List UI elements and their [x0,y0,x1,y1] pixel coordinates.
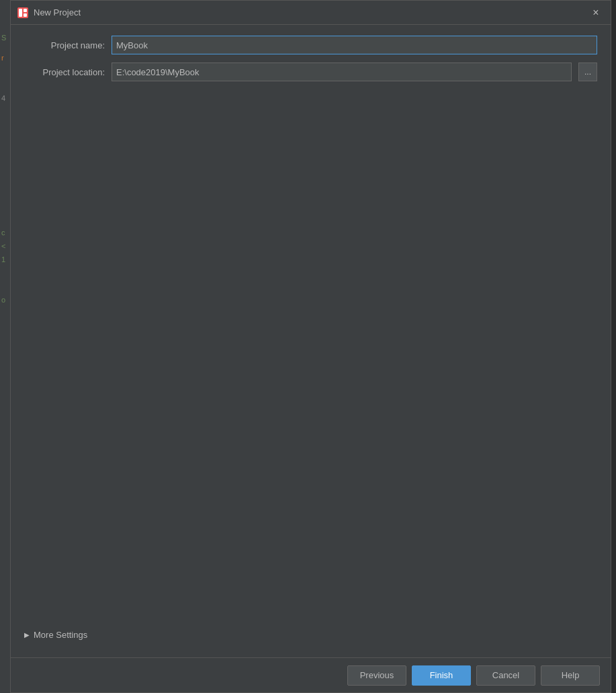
dialog-titlebar: New Project × [11,1,611,25]
project-icon [17,7,28,18]
help-button[interactable]: Help [541,665,600,686]
project-location-input[interactable] [112,63,572,81]
dialog-close-button[interactable]: × [588,5,604,21]
project-name-row: Project name: [24,36,597,54]
sidebar-label-o: o [1,296,5,304]
dialog-footer: Previous Finish Cancel Help [11,657,611,692]
dialog-content: Project name: Project location: ... ▶ Mo… [11,25,611,657]
more-settings-section[interactable]: ▶ More Settings [24,623,597,647]
new-project-dialog: New Project × Project name: Project loca… [10,0,611,693]
sidebar-label-angle: < [1,242,5,250]
finish-button[interactable]: Finish [412,665,471,686]
svg-rect-2 [24,9,27,12]
project-name-label: Project name: [24,40,105,50]
sidebar-extra-1: 4 [1,94,5,102]
dialog-title-text: New Project [34,7,81,17]
project-location-row: Project location: ... [24,63,597,81]
sidebar-label-1: 1 [1,255,5,263]
cancel-button[interactable]: Cancel [476,665,535,686]
sidebar-label-c: c [1,229,5,237]
project-location-label: Project location: [24,67,105,77]
previous-button[interactable]: Previous [347,665,406,686]
more-settings-arrow-icon: ▶ [24,631,30,639]
dialog-title-left: New Project [17,7,81,18]
project-name-input[interactable] [112,36,597,54]
browse-button[interactable]: ... [578,63,597,81]
more-settings-label: More Settings [34,630,87,640]
svg-rect-1 [19,9,22,17]
svg-rect-3 [24,13,27,17]
sidebar-label-r: r [1,54,4,62]
content-spacer [24,89,597,615]
sidebar-label-s: S [1,34,6,42]
